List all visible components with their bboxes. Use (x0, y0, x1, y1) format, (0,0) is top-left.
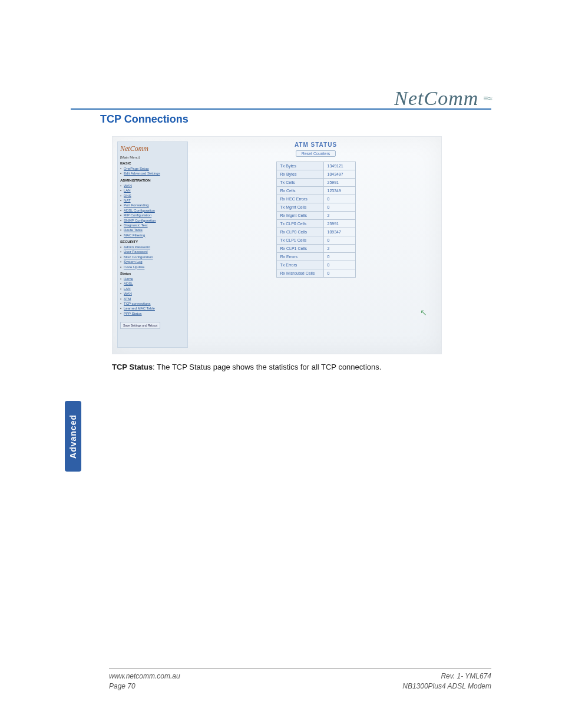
table-row: Rx Mgmt Cells2 (276, 212, 355, 220)
table-row: Rx HEC Errors0 (276, 195, 355, 203)
stat-value: 0 (323, 261, 355, 269)
brand-row: NetComm ≡ ≈ (394, 87, 491, 110)
sidebar-item[interactable]: WAN (120, 183, 185, 188)
footer-rule (109, 668, 491, 669)
stat-value: 25991 (323, 220, 355, 228)
sidebar-group-title: BASIC (120, 162, 185, 165)
stat-value: 1043497 (323, 170, 355, 179)
stat-value: 0 (323, 195, 355, 203)
document-page: NetComm ≡ ≈ TCP Connections NetComm [Mai… (0, 0, 562, 728)
table-row: Tx Errors0 (276, 261, 355, 269)
screenshot-sidebar-heading: [Main Menu] (120, 156, 185, 159)
sidebar-item[interactable]: Diagnostic Test (120, 223, 185, 228)
stat-label: Tx Bytes (276, 162, 323, 170)
sidebar-item[interactable]: PPP Status (120, 311, 185, 316)
body-text: TCP Status: The TCP Status page shows th… (112, 363, 491, 371)
stat-label: Tx Errors (276, 261, 323, 269)
save-reboot-button[interactable]: Save Settings and Reboot (120, 322, 160, 329)
table-row: Tx Mgmt Cells0 (276, 203, 355, 212)
table-row: Tx CLP1 Cells0 (276, 236, 355, 245)
table-row: Tx Cells25991 (276, 179, 355, 187)
stat-label: Rx CLP1 Cells (276, 245, 323, 253)
table-row: Rx CLP1 Cells2 (276, 245, 355, 253)
stat-value: 1349121 (323, 162, 355, 170)
sidebar-item[interactable]: WAN (120, 291, 185, 296)
screenshot-content-title: ATM STATUS (195, 141, 437, 148)
stat-label: Rx Misrouted Cells (276, 269, 323, 278)
screenshot-sidebar: NetComm [Main Menu] BASICOnePage SetupEd… (117, 141, 188, 348)
footer-product: NB1300Plus4 ADSL Modem (402, 681, 491, 691)
side-tab-label: Advanced (68, 414, 78, 459)
table-row: Rx Misrouted Cells0 (276, 269, 355, 278)
stat-value: 0 (323, 269, 355, 278)
section-title: TCP Connections (100, 113, 491, 126)
footer-revision: Rev. 1- YML674 (402, 671, 491, 681)
stat-label: Tx Mgmt Cells (276, 203, 323, 212)
sidebar-item[interactable]: SNMP Configuration (120, 218, 185, 223)
stat-value: 0 (323, 236, 355, 245)
sidebar-item[interactable]: User Password (120, 249, 185, 254)
screenshot-content: ATM STATUS Reset Counters Tx Bytes134912… (195, 141, 437, 349)
reset-counters-button[interactable]: Reset Counters (296, 150, 336, 157)
stat-label: Rx Bytes (276, 170, 323, 179)
side-tab: Advanced (65, 401, 81, 472)
embedded-screenshot: NetComm [Main Menu] BASICOnePage SetupEd… (112, 136, 442, 354)
cursor-icon: ↖ (420, 308, 427, 317)
sidebar-item[interactable]: LAN (120, 286, 185, 291)
sidebar-item[interactable]: TCP connections (120, 301, 185, 306)
sidebar-item[interactable]: RIP Configuration (120, 213, 185, 218)
sidebar-item[interactable]: Misc Configuration (120, 255, 185, 259)
sidebar-item[interactable]: Admin Password (120, 245, 185, 249)
sidebar-item[interactable]: ATM (120, 297, 185, 301)
footer-page-number: Page 70 (109, 681, 180, 691)
body-text-content: : The TCP Status page shows the statisti… (153, 363, 381, 371)
sidebar-item[interactable]: Route Table (120, 228, 185, 232)
stat-value: 2 (323, 212, 355, 220)
stat-value: 25991 (323, 179, 355, 187)
atm-status-table: Tx Bytes1349121Rx Bytes1043497Tx Cells25… (276, 162, 356, 278)
stat-label: Tx CLP0 Cells (276, 220, 323, 228)
table-row: Rx Bytes1043497 (276, 170, 355, 179)
sidebar-item[interactable]: NAT (120, 198, 185, 203)
brand-logo: NetComm (394, 87, 478, 110)
sidebar-item[interactable]: DNS (120, 193, 185, 198)
body-text-label: TCP Status (112, 363, 153, 371)
table-row: Tx Bytes1349121 (276, 162, 355, 170)
sidebar-item[interactable]: Edit Advanced Settings (120, 171, 185, 176)
sidebar-item[interactable]: Port Forwarding (120, 203, 185, 207)
stat-value: 123349 (323, 187, 355, 195)
footer: www.netcomm.com.au Page 70 Rev. 1- YML67… (109, 668, 491, 691)
stat-label: Tx CLP1 Cells (276, 236, 323, 245)
sidebar-item[interactable]: MAC Filtering (120, 233, 185, 238)
stat-label: Rx Mgmt Cells (276, 212, 323, 220)
table-row: Tx CLP0 Cells25991 (276, 220, 355, 228)
sidebar-item[interactable]: ADSL Configuration (120, 208, 185, 213)
sidebar-item[interactable]: Home (120, 276, 185, 281)
sidebar-group-title: SECURITY (120, 240, 185, 243)
brand-swoosh-icon: ≡ ≈ (483, 94, 491, 103)
stat-label: Rx Errors (276, 253, 323, 261)
stat-label: Rx CLP0 Cells (276, 228, 323, 236)
footer-url: www.netcomm.com.au (109, 671, 180, 681)
sidebar-item[interactable]: Learned MAC Table (120, 306, 185, 311)
stat-value: 0 (323, 203, 355, 212)
sidebar-item[interactable]: ADSL (120, 281, 185, 286)
sidebar-item[interactable]: OnePage Setup (120, 166, 185, 171)
sidebar-group-title: Status (120, 272, 185, 275)
table-row: Rx Errors0 (276, 253, 355, 261)
stat-value: 109347 (323, 228, 355, 236)
stat-label: Rx HEC Errors (276, 195, 323, 203)
sidebar-item[interactable]: System Log (120, 259, 185, 264)
stat-value: 0 (323, 253, 355, 261)
stat-value: 2 (323, 245, 355, 253)
sidebar-item[interactable]: LAN (120, 188, 185, 193)
table-row: Rx CLP0 Cells109347 (276, 228, 355, 236)
stat-label: Rx Cells (276, 187, 323, 195)
stat-label: Tx Cells (276, 179, 323, 187)
table-row: Rx Cells123349 (276, 187, 355, 195)
sidebar-item[interactable]: Code Update (120, 265, 185, 269)
sidebar-group-title: ADMINISTRATION (120, 179, 185, 182)
screenshot-sidebar-logo: NetComm (120, 144, 185, 153)
